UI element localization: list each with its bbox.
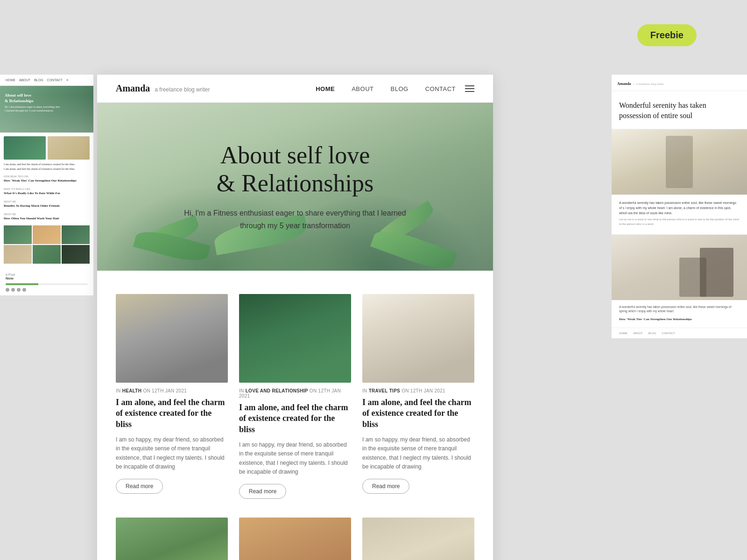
brand-container: Amanda a freelance blog writer — [116, 83, 210, 94]
blog-card-meta-1: IN HEALTH ON 12TH JAN 2021 — [116, 388, 228, 393]
right-hero-quote-section: Wonderful serenity has taken possession … — [612, 91, 747, 129]
right-preview-panel: Amanda — a freelance blog writer Wonderf… — [612, 75, 747, 338]
blog-card-img-2 — [239, 294, 351, 383]
right-body-small: Let us not in a word or two what to the … — [619, 217, 740, 226]
social-icon-3[interactable] — [17, 288, 21, 292]
freebie-badge[interactable]: Freebie — [637, 24, 697, 46]
hero-text-block: About self love & Relationships Hi, I'm … — [164, 132, 426, 241]
left-hero-image: About self love & Relationships Hi, I am… — [0, 86, 93, 133]
right-footer-about: ABOUT — [633, 332, 643, 335]
blog-card-meta-2: IN LOVE AND RELATIONSHIP ON 12TH JAN 202… — [239, 388, 351, 399]
blog-grid-section: IN HEALTH ON 12TH JAN 2021 I am alone, a… — [97, 271, 493, 560]
list-item: HOW WEAK TIES CAN How 'Weak Ties' Can St… — [4, 175, 90, 183]
right-footer-contact: CONTACT — [662, 332, 675, 335]
left-grid-img2 — [33, 225, 61, 244]
right-bottom-paragraph: A wonderful serenity has taken possessio… — [619, 305, 740, 314]
blog-card-title-1: I am alone, and feel the charm of existe… — [116, 397, 228, 430]
nav-item-contact[interactable]: CONTACT — [425, 84, 456, 93]
nav-item-about[interactable]: ABOUT — [352, 84, 374, 93]
left-grid-img4 — [4, 245, 32, 264]
nav-link-home[interactable]: HOME — [316, 85, 335, 92]
left-grid-img6 — [62, 245, 90, 264]
right-bottom-subtitle: How 'Weak Ties' Can Strengthen Our Relat… — [619, 317, 740, 321]
left-blog-snippet1: I am alone, and feel the charm of existe… — [4, 162, 90, 166]
left-nav-icon: ≡ — [66, 78, 68, 82]
left-blog-snippet2: I am alone, and feel the charm of existe… — [4, 167, 90, 171]
main-nav-links: HOME ABOUT BLOG CONTACT — [316, 84, 456, 93]
list-item: WHAT IT'S REALLY LIKE What It's Really L… — [4, 188, 90, 196]
hero-title: About self love & Relationships — [174, 141, 416, 197]
live-post-progress-bar — [6, 283, 88, 285]
blog-card-img-1 — [116, 294, 228, 383]
read-more-btn-3[interactable]: Read more — [362, 479, 409, 494]
live-post-a-label: a Post — [6, 273, 88, 276]
left-grid-img5 — [33, 245, 61, 264]
blog-card-img2-1 — [116, 518, 228, 560]
nav-link-contact[interactable]: CONTACT — [425, 85, 456, 92]
left-list-cat: WHAT IT'S REALLY LIKE — [4, 188, 90, 190]
social-icon-2[interactable] — [11, 288, 15, 292]
right-tagline: a freelance blog writer — [636, 83, 664, 85]
blog-card-title-3: I am alone, and feel the charm of existe… — [362, 397, 474, 430]
left-blog-list: HOW WEAK TIES CAN How 'Weak Ties' Can St… — [4, 175, 90, 221]
left-hero-subtitle: Hi, I am enthusiast eager to share every… — [5, 105, 61, 113]
right-nav-bar: Amanda — a freelance blog writer — [612, 75, 747, 91]
list-item: ABOUT ME How Often You Should Wash Your … — [4, 213, 90, 221]
blog-card-excerpt-2: I am so happy, my dear friend, so absorb… — [239, 441, 351, 476]
left-blog-grid — [4, 136, 90, 160]
nav-link-blog[interactable]: BLOG — [391, 85, 409, 92]
main-preview-panel: Amanda a freelance blog writer HOME ABOU… — [97, 75, 493, 560]
blog-card-2: IN LOVE AND RELATIONSHIP ON 12TH JAN 202… — [239, 294, 351, 499]
blog-card-img2-3 — [362, 518, 474, 560]
read-more-btn-2[interactable]: Read more — [239, 484, 286, 499]
hamburger-menu[interactable] — [465, 85, 474, 92]
blog-cat-1: HEALTH — [122, 388, 142, 393]
right-product-image — [612, 129, 747, 195]
blog-cat-2: LOVE AND RELATIONSHIP — [246, 388, 308, 393]
brand-name: Amanda — [116, 83, 150, 94]
main-navbar: Amanda a freelance blog writer HOME ABOU… — [97, 75, 493, 103]
live-post-section: a Post Now — [0, 269, 93, 295]
blog-cards-row-2 — [116, 518, 474, 560]
brand-tagline: a freelance blog writer — [155, 86, 210, 93]
left-nav-contact: CONTACT — [47, 78, 63, 82]
footer-social-icons — [6, 288, 88, 292]
hero-title-line1: About self love — [220, 142, 370, 168]
blog-cards-row-1: IN HEALTH ON 12TH JAN 2021 I am alone, a… — [116, 294, 474, 499]
nav-item-blog[interactable]: BLOG — [391, 84, 409, 93]
right-body-paragraph: A wonderful serenity has taken possessio… — [619, 200, 740, 216]
left-hero-title-line1: About self love — [5, 93, 61, 98]
blog-card-excerpt-3: I am so happy, my dear friend, so absorb… — [362, 435, 474, 471]
left-blog-img-succulents — [4, 136, 46, 160]
hero-subtitle: Hi, I'm a Fitness enthusiast eager to sh… — [174, 207, 416, 232]
left-list-cat: ABOUT ME — [4, 200, 90, 203]
right-bottom-text: A wonderful serenity has taken possessio… — [612, 300, 747, 328]
right-footer-blog: BLOG — [648, 332, 656, 335]
list-item: ABOUT ME Benefits To Having Much Older F… — [4, 200, 90, 208]
left-hero-title-line2: & Relationships — [5, 98, 61, 104]
left-nav-bar: HOME ABOUT BLOG CONTACT ≡ — [0, 75, 93, 86]
live-post-now-label: Now — [6, 276, 88, 280]
blog-cat-3: TRAVEL TIPS — [369, 388, 400, 393]
right-brand-tagline: — — [633, 83, 636, 85]
right-brand-name: Amanda — [617, 82, 631, 86]
nav-item-home[interactable]: HOME — [316, 84, 335, 93]
right-text-body: A wonderful serenity has taken possessio… — [612, 195, 747, 235]
left-grid-img3 — [62, 225, 90, 244]
hero-title-line2: & Relationships — [217, 170, 374, 196]
blog-card-3: IN TRAVEL TIPS ON 12TH JAN 2021 I am alo… — [362, 294, 474, 499]
read-more-btn-1[interactable]: Read more — [116, 479, 163, 494]
left-list-title: Benefits To Having Much Older Friends — [4, 204, 90, 208]
left-nav-about: ABOUT — [19, 78, 30, 82]
left-list-title: How Often You Should Wash Your Hair — [4, 217, 90, 221]
nav-link-about[interactable]: ABOUT — [352, 85, 374, 92]
left-grid-img1 — [4, 225, 32, 244]
left-list-title: What It's Really Like To Date While Fat — [4, 191, 90, 196]
social-icon-1[interactable] — [6, 288, 9, 292]
left-blog-img-products — [48, 136, 90, 160]
left-list-cat: HOW WEAK TIES CAN — [4, 175, 90, 178]
blog-card-title-2: I am alone, and feel the charm of existe… — [239, 402, 351, 435]
left-list-title: How 'Weak Ties' Can Strengthen Our Relat… — [4, 179, 90, 183]
social-icon-4[interactable] — [22, 288, 26, 292]
right-footer-nav: HOME ABOUT BLOG CONTACT — [612, 328, 747, 338]
